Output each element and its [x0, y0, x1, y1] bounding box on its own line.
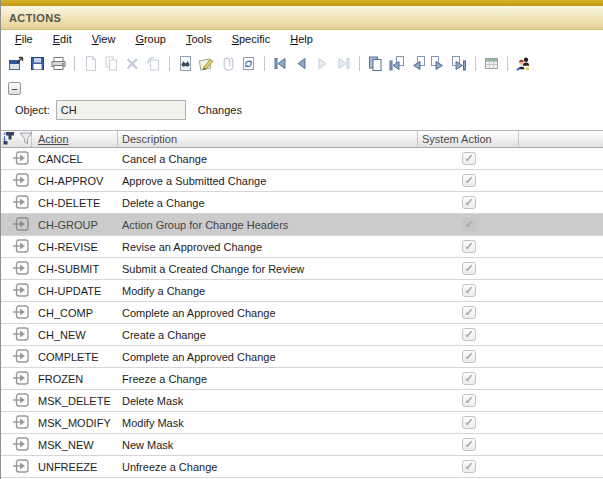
detach-window-icon[interactable] — [7, 54, 26, 73]
print-icon[interactable] — [49, 54, 68, 73]
drill-down-icon[interactable] — [13, 283, 29, 299]
system-action-checkbox[interactable] — [462, 328, 476, 341]
save-icon[interactable] — [28, 54, 47, 73]
system-action-checkbox[interactable] — [462, 284, 476, 297]
new-record-icon[interactable] — [81, 54, 100, 73]
attachment-icon[interactable] — [218, 54, 237, 73]
description-cell: New Mask — [118, 439, 418, 451]
table-row[interactable]: MSK_NEWNew Mask — [1, 434, 603, 456]
table-row[interactable]: MSK_DELETEDelete Mask — [1, 390, 603, 412]
drill-down-icon[interactable] — [13, 371, 29, 387]
system-action-checkbox[interactable] — [462, 350, 476, 363]
table-row[interactable]: CH_NEWCreate a Change — [1, 324, 603, 346]
find-icon[interactable] — [176, 54, 195, 73]
drill-down-icon[interactable] — [13, 239, 29, 255]
table-row[interactable]: UNFREEZEUnfreeze a Change — [1, 456, 603, 478]
action-cell: CH-SUBMIT — [32, 263, 118, 275]
edit-notes-icon[interactable] — [197, 54, 216, 73]
previous-record-icon[interactable] — [292, 54, 311, 73]
drill-down-icon[interactable] — [13, 217, 29, 233]
delete-record-icon[interactable] — [123, 54, 142, 73]
table-row[interactable]: MSK_MODIFYModify Mask — [1, 412, 603, 434]
system-action-checkbox[interactable] — [462, 306, 476, 319]
system-action-checkbox[interactable] — [462, 372, 476, 385]
system-action-checkbox[interactable] — [462, 240, 476, 253]
description-cell: Delete a Change — [118, 197, 418, 209]
drill-down-icon[interactable] — [13, 173, 29, 189]
object-row: Object: Changes — [15, 99, 242, 121]
table-row[interactable]: CANCELCancel a Change — [1, 148, 603, 170]
system-action-checkbox[interactable] — [462, 218, 476, 231]
table-row[interactable]: CH-DELETEDelete a Change — [1, 192, 603, 214]
table-row[interactable]: FROZENFreeze a Change — [1, 368, 603, 390]
table-row[interactable]: CH_COMPComplete an Approved Change — [1, 302, 603, 324]
object-input[interactable] — [56, 100, 186, 120]
system-action-checkbox[interactable] — [462, 152, 476, 165]
drill-down-icon[interactable] — [13, 195, 29, 211]
description-cell: Unfreeze a Change — [118, 461, 418, 473]
toolbar-separator — [475, 56, 476, 71]
undo-icon[interactable] — [144, 54, 163, 73]
table-row[interactable]: CH-REVISERevise an Approved Change — [1, 236, 603, 258]
first-record-set-icon[interactable] — [387, 54, 406, 73]
first-record-icon[interactable] — [271, 54, 290, 73]
menubar: File Edit View Group Tools Specific Help — [1, 30, 603, 48]
toolbar-separator — [264, 56, 265, 71]
column-header-action[interactable]: Action — [32, 131, 118, 147]
next-record-icon[interactable] — [313, 54, 332, 73]
refresh-icon[interactable] — [239, 54, 258, 73]
column-header-description[interactable]: Description — [118, 131, 418, 147]
drill-down-icon[interactable] — [13, 459, 29, 475]
users-icon[interactable] — [514, 54, 533, 73]
drill-down-icon[interactable] — [13, 437, 29, 453]
titlebar: ACTIONS — [1, 6, 603, 30]
menu-view[interactable]: View — [92, 33, 116, 45]
table-row[interactable]: COMPLETEComplete an Approved Change — [1, 346, 603, 368]
drill-down-icon[interactable] — [13, 415, 29, 431]
form-area: − Object: Changes — [1, 78, 603, 130]
copy-record-icon[interactable] — [102, 54, 121, 73]
menu-tools[interactable]: Tools — [186, 33, 212, 45]
drill-down-icon[interactable] — [13, 393, 29, 409]
system-action-checkbox[interactable] — [462, 416, 476, 429]
next-record-set-icon[interactable] — [429, 54, 448, 73]
table-row-selected[interactable]: CH-GROUPAction Group for Change Headers — [1, 214, 603, 236]
system-action-checkbox[interactable] — [462, 196, 476, 209]
menu-help[interactable]: Help — [290, 33, 313, 45]
menu-specific[interactable]: Specific — [232, 33, 271, 45]
description-cell: Approve a Submitted Change — [118, 175, 418, 187]
system-action-checkbox[interactable] — [462, 394, 476, 407]
system-action-checkbox[interactable] — [462, 262, 476, 275]
drill-down-icon[interactable] — [13, 327, 29, 343]
menu-group[interactable]: Group — [135, 33, 166, 45]
system-action-checkbox[interactable] — [462, 460, 476, 473]
grid-view-icon[interactable] — [482, 54, 501, 73]
column-header-filler — [519, 131, 603, 147]
duplicate-record-icon[interactable] — [366, 54, 385, 73]
action-cell: MSK_NEW — [32, 439, 118, 451]
drill-down-icon[interactable] — [13, 305, 29, 321]
description-cell: Freeze a Change — [118, 373, 418, 385]
drill-down-icon[interactable] — [13, 349, 29, 365]
menu-edit[interactable]: Edit — [53, 33, 72, 45]
drill-down-icon[interactable] — [13, 151, 29, 167]
system-action-checkbox[interactable] — [462, 438, 476, 451]
table-row[interactable]: CH-SUBMITSubmit a Created Change for Rev… — [1, 258, 603, 280]
column-header-system-action[interactable]: System Action — [418, 131, 519, 147]
sort-options-icon[interactable] — [2, 130, 18, 148]
action-cell: UNFREEZE — [32, 461, 118, 473]
table-row[interactable]: CH-APPROVApprove a Submitted Change — [1, 170, 603, 192]
toolbar-separator — [74, 56, 75, 71]
actions-window: ACTIONS File Edit View Group Tools Speci… — [0, 0, 603, 479]
action-cell: COMPLETE — [32, 351, 118, 363]
drill-down-icon[interactable] — [13, 261, 29, 277]
previous-record-set-icon[interactable] — [408, 54, 427, 73]
last-record-set-icon[interactable] — [450, 54, 469, 73]
menu-file[interactable]: File — [15, 33, 33, 45]
table-header: Action Description System Action — [1, 130, 603, 148]
table-row[interactable]: CH-UPDATEModify a Change — [1, 280, 603, 302]
collapse-panel-button[interactable]: − — [8, 82, 21, 95]
toolbar — [1, 48, 603, 78]
system-action-checkbox[interactable] — [462, 174, 476, 187]
last-record-icon[interactable] — [334, 54, 353, 73]
